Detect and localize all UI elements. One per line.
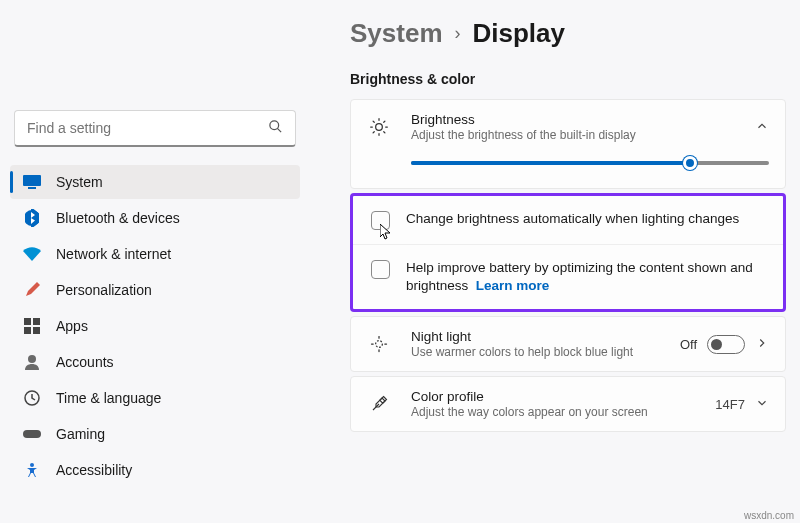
search-icon: [268, 119, 283, 137]
section-title: Brightness & color: [350, 71, 786, 87]
svg-rect-2: [23, 175, 41, 186]
color-profile-card[interactable]: Color profile Adjust the way colors appe…: [350, 376, 786, 432]
battery-optimize-checkbox[interactable]: [371, 260, 390, 279]
bluetooth-icon: [22, 208, 42, 228]
color-profile-value: 14F7: [715, 397, 745, 412]
night-light-toggle[interactable]: [707, 335, 745, 354]
svg-line-1: [277, 128, 281, 132]
brightness-icon: [367, 117, 391, 137]
svg-rect-8: [33, 327, 40, 334]
eyedropper-icon: [367, 395, 391, 413]
auto-brightness-row[interactable]: Change brightness automatically when lig…: [353, 196, 783, 245]
night-light-title: Night light: [411, 329, 680, 344]
slider-fill: [411, 161, 690, 165]
svg-point-9: [28, 355, 36, 363]
battery-optimize-row[interactable]: Help improve battery by optimizing the c…: [353, 245, 783, 309]
sidebar-item-label: Accessibility: [56, 462, 132, 478]
chevron-up-icon[interactable]: [755, 119, 769, 136]
brightness-slider[interactable]: [411, 154, 769, 172]
auto-brightness-checkbox[interactable]: [371, 211, 390, 230]
clock-icon: [22, 388, 42, 408]
sidebar-item-label: Time & language: [56, 390, 161, 406]
breadcrumb-parent[interactable]: System: [350, 18, 443, 49]
color-profile-title: Color profile: [411, 389, 715, 404]
svg-rect-3: [28, 187, 36, 189]
battery-optimize-label: Help improve battery by optimizing the c…: [406, 259, 765, 295]
svg-line-19: [384, 132, 385, 133]
svg-point-22: [376, 341, 383, 348]
brightness-card: Brightness Adjust the brightness of the …: [350, 99, 786, 189]
breadcrumb-current: Display: [473, 18, 566, 49]
search-input-wrapper[interactable]: [14, 110, 296, 147]
accounts-icon: [22, 352, 42, 372]
color-profile-sub: Adjust the way colors appear on your scr…: [411, 405, 715, 419]
night-light-icon: [367, 334, 391, 354]
sidebar-item-label: Gaming: [56, 426, 105, 442]
brightness-title: Brightness: [411, 112, 755, 127]
sidebar-item-label: Bluetooth & devices: [56, 210, 180, 226]
accessibility-icon: [22, 460, 42, 480]
svg-rect-11: [23, 430, 41, 438]
sidebar-item-bluetooth[interactable]: Bluetooth & devices: [10, 201, 300, 235]
sidebar-item-network[interactable]: Network & internet: [10, 237, 300, 271]
sidebar-item-personalization[interactable]: Personalization: [10, 273, 300, 307]
sidebar-item-accessibility[interactable]: Accessibility: [10, 453, 300, 487]
svg-point-13: [376, 124, 383, 131]
svg-line-18: [373, 121, 374, 122]
gaming-icon: [22, 424, 42, 444]
sidebar-item-gaming[interactable]: Gaming: [10, 417, 300, 451]
brightness-sub-options: Change brightness automatically when lig…: [350, 193, 786, 312]
svg-line-20: [373, 132, 374, 133]
night-light-state: Off: [680, 337, 697, 352]
sidebar-item-label: Accounts: [56, 354, 114, 370]
svg-point-12: [30, 463, 34, 467]
watermark: wsxdn.com: [744, 510, 794, 521]
system-icon: [22, 172, 42, 192]
brightness-row[interactable]: Brightness Adjust the brightness of the …: [351, 100, 785, 154]
sidebar-item-apps[interactable]: Apps: [10, 309, 300, 343]
learn-more-link[interactable]: Learn more: [476, 278, 550, 293]
svg-point-0: [270, 121, 279, 130]
brush-icon: [22, 280, 42, 300]
svg-rect-7: [24, 327, 31, 334]
sidebar-item-label: Personalization: [56, 282, 152, 298]
sidebar-item-accounts[interactable]: Accounts: [10, 345, 300, 379]
breadcrumb: System › Display: [350, 18, 786, 49]
sidebar-item-label: Network & internet: [56, 246, 171, 262]
cursor-icon: [380, 224, 394, 243]
night-light-sub: Use warmer colors to help block blue lig…: [411, 345, 680, 359]
sidebar-item-label: System: [56, 174, 103, 190]
svg-rect-5: [24, 318, 31, 325]
apps-icon: [22, 316, 42, 336]
search-input[interactable]: [27, 120, 268, 136]
chevron-right-icon: ›: [455, 23, 461, 44]
sidebar-item-label: Apps: [56, 318, 88, 334]
wifi-icon: [22, 244, 42, 264]
chevron-down-icon[interactable]: [755, 396, 769, 413]
chevron-right-icon[interactable]: [755, 336, 769, 353]
sidebar-item-system[interactable]: System: [10, 165, 300, 199]
svg-point-4: [25, 210, 39, 226]
night-light-card[interactable]: Night light Use warmer colors to help bl…: [350, 316, 786, 372]
svg-line-21: [384, 121, 385, 122]
svg-rect-6: [33, 318, 40, 325]
slider-thumb[interactable]: [683, 156, 697, 170]
brightness-sub: Adjust the brightness of the built-in di…: [411, 128, 755, 142]
sidebar-item-time[interactable]: Time & language: [10, 381, 300, 415]
sidebar-nav: System Bluetooth & devices Network & int…: [10, 165, 300, 489]
auto-brightness-label: Change brightness automatically when lig…: [406, 210, 739, 228]
